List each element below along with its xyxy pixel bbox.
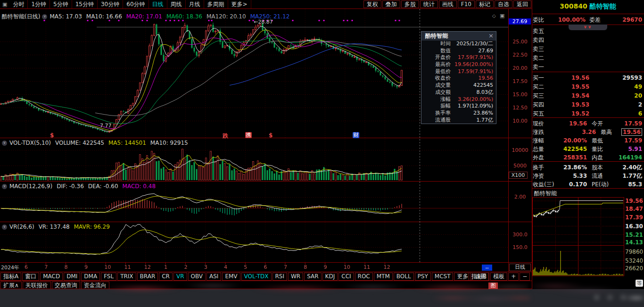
right-tab-0[interactable]: 指标B	[469, 273, 489, 281]
buy-vol: 20	[589, 92, 642, 99]
toolbar-button-2[interactable]: 多股	[401, 0, 419, 8]
sell-level-2[interactable]: 卖四	[533, 36, 642, 44]
period-tab-9[interactable]: 多周期	[204, 0, 228, 8]
collapse-macd-icon[interactable]: ∨	[2, 184, 7, 189]
right-tab-1[interactable]: 模板	[490, 273, 507, 281]
period-tab-7[interactable]: 周线	[167, 0, 186, 8]
right-tab-2[interactable]: +	[508, 273, 519, 281]
sell-level-1[interactable]: 卖五	[533, 27, 642, 35]
low-price-annotation: 7.77	[100, 123, 112, 129]
indicator-tab-ASI[interactable]: ASI	[206, 273, 221, 281]
buy-label: 买二	[533, 83, 552, 91]
function-tab-3[interactable]: 资金流向	[81, 282, 109, 290]
pic-tag[interactable]: 图	[488, 282, 498, 289]
collapse-vol-icon[interactable]: ∨	[2, 141, 7, 146]
trading-terminal: ▣ 分时1分钟5分钟15分钟30分钟60分钟日线周线月线多周期更多> 复权叠加多…	[0, 0, 644, 307]
collapse-main-icon[interactable]: ∨	[42, 14, 47, 19]
month-label: 8	[304, 264, 307, 270]
toolbar-button-5[interactable]: F10	[458, 0, 475, 8]
indicator-tab-BRAR[interactable]: BRAR	[137, 273, 158, 281]
buy-level-4[interactable]: 买四19.532	[533, 100, 642, 109]
indicator-tab-RSI[interactable]: RSI	[272, 273, 288, 281]
stat-key: 换手	[533, 164, 557, 172]
period-tab-6[interactable]: 日线	[149, 0, 167, 8]
function-tab-2[interactable]: 交易查询	[52, 282, 80, 290]
vol-tick: 10000	[510, 147, 530, 153]
toolbar-button-6[interactable]: 标记	[476, 0, 494, 8]
indicator-tab-DMA[interactable]: DMA	[81, 273, 100, 281]
period-tab-2[interactable]: 5分钟	[50, 0, 72, 8]
vr-tick: 150.0	[510, 244, 530, 250]
function-tab-1[interactable]: 关联报价	[23, 282, 51, 290]
indicator-tab-VOL-TDX[interactable]: VOL-TDX	[241, 273, 272, 281]
indicator-tab-PSY[interactable]: PSY	[415, 273, 431, 281]
close-icon[interactable]: ×	[488, 32, 494, 39]
indicator-tab-VR[interactable]: VR	[173, 273, 187, 281]
indicator-tab-KDJ[interactable]: KDJ	[322, 273, 338, 281]
indicator-tab-CR[interactable]: CR	[159, 273, 173, 281]
panel-divider	[532, 0, 532, 307]
period-tab-1[interactable]: 1分钟	[28, 0, 50, 8]
indicator-tab-DMI[interactable]: DMI	[64, 273, 80, 281]
period-label[interactable]: 日线	[509, 264, 531, 271]
indicator-tab-BOLL[interactable]: BOLL	[394, 273, 414, 281]
ticker-glyph: $	[50, 132, 54, 139]
buy-level-1[interactable]: 买一19.5629593	[533, 74, 642, 82]
buy-level-3[interactable]: 买三19.5420	[533, 91, 642, 100]
buy-level-5[interactable]: 买五19.526	[533, 109, 642, 118]
month-label: 2	[184, 264, 187, 270]
month-label: 6	[25, 264, 28, 270]
window-icon[interactable]: ▣	[0, 1, 9, 8]
stat-row: 现价19.56今开17.59	[533, 119, 642, 128]
buy-level-2[interactable]: 买二19.5549	[533, 83, 642, 91]
month-label: 9	[84, 264, 88, 270]
stat-key: 最高	[601, 128, 621, 136]
period-tab-3[interactable]: 15分钟	[72, 0, 98, 8]
toolbar-button-4[interactable]: 画线	[439, 0, 457, 8]
diamond-icon[interactable]: ◇	[492, 13, 496, 18]
stat-key: 最低	[592, 137, 612, 145]
popup-key: 涨幅	[421, 96, 451, 103]
indicator-tab-ROC[interactable]: ROC	[355, 273, 373, 281]
period-tab-5[interactable]: 60分钟	[123, 0, 149, 8]
indicator-tab-MACD[interactable]: MACD	[40, 273, 63, 281]
indicator-tab-窗口[interactable]: 窗口	[22, 273, 39, 281]
maximize-icon[interactable]: ▣	[500, 13, 504, 19]
toolbar-button-0[interactable]: 复权	[363, 0, 381, 8]
ma-value-3: MA60: 18.36	[166, 13, 202, 20]
indicator-tab-TRIX[interactable]: TRIX	[117, 273, 136, 281]
month-label: 9	[324, 264, 327, 270]
float-tag[interactable]: 等	[636, 280, 643, 287]
sell-level-4[interactable]: 卖二	[533, 54, 642, 62]
collapse-vr-icon[interactable]: ∨	[2, 224, 7, 230]
period-tab-4[interactable]: 30分钟	[98, 0, 123, 8]
right-tab-3[interactable]: −	[520, 273, 530, 281]
buy-price: 19.54	[552, 92, 589, 99]
sell-level-5[interactable]: 卖一	[533, 63, 642, 71]
indicator-tab-OBV[interactable]: OBV	[188, 273, 206, 281]
popup-key: 成交量	[421, 82, 451, 89]
popup-key: 换手率	[421, 110, 451, 117]
period-tab-0[interactable]: 分时	[9, 0, 28, 8]
indicator-tab-CCI[interactable]: CCI	[339, 273, 354, 281]
period-tab-10[interactable]: 更多>	[228, 0, 251, 8]
indicator-tab-EMV[interactable]: EMV	[222, 273, 240, 281]
stat-value: 5.33	[557, 173, 587, 179]
popup-row: 涨幅3.26(20.00%)	[421, 96, 496, 103]
function-tab-0[interactable]: 扩展∧	[0, 282, 22, 290]
period-tab-8[interactable]: 月线	[186, 0, 204, 8]
month-label: 7	[284, 264, 287, 270]
toolbar-button-3[interactable]: 统计	[420, 0, 438, 8]
mini-tag[interactable]: --	[482, 265, 492, 271]
indicator-tab-FSL[interactable]: FSL	[101, 273, 116, 281]
indicator-tab-MTM[interactable]: MTM	[374, 273, 393, 281]
toolbar-button-7[interactable]: 自选	[495, 0, 512, 8]
toolbar-button-8[interactable]: 返回	[513, 0, 531, 8]
indicator-tab-MCST[interactable]: MCST	[432, 273, 454, 281]
indicator-tab-指标A[interactable]: 指标A	[0, 273, 21, 281]
stat-value: 20.00%	[557, 137, 587, 144]
indicator-tab-WR[interactable]: WR	[288, 273, 303, 281]
indicator-tab-SAR[interactable]: SAR	[304, 273, 321, 281]
toolbar-button-1[interactable]: 叠加	[382, 0, 400, 8]
sell-level-3[interactable]: 卖三	[533, 45, 642, 53]
